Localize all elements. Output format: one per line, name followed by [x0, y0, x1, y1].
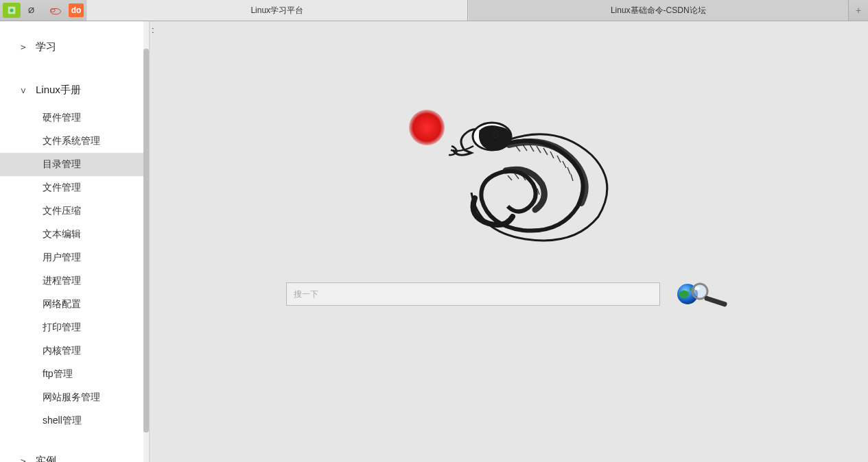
main-content: :: [150, 21, 868, 462]
sidebar-item-examples[interactable]: > 实例: [0, 448, 149, 462]
search-input[interactable]: [286, 282, 660, 306]
sidebar-child-shell[interactable]: shell管理: [0, 409, 149, 433]
sidebar-child-kernel[interactable]: 内核管理: [0, 339, 149, 363]
sidebar: > 学习 v Linux手册 硬件管理 文件系统管理 目录管理 文件管理 文件压…: [0, 21, 150, 462]
new-tab-button[interactable]: +: [849, 0, 868, 21]
svg-rect-12: [704, 295, 727, 307]
chevron-down-icon: v: [21, 85, 36, 95]
svg-point-3: [51, 9, 61, 14]
sidebar-item-study[interactable]: > 学习: [0, 34, 149, 60]
sidebar-child-filesystem[interactable]: 文件系统管理: [0, 130, 149, 153]
logo-image: [386, 97, 633, 247]
sidebar-child-process[interactable]: 进程管理: [0, 269, 149, 293]
sidebar-child-website[interactable]: 网站服务管理: [0, 386, 149, 409]
tab-strip: Linux学习平台 Linux基础命令-CSDN论坛: [86, 0, 849, 21]
sidebar-child-user[interactable]: 用户管理: [0, 246, 149, 269]
svg-point-13: [694, 287, 700, 291]
svg-point-11: [694, 285, 706, 297]
sidebar-item-label: 实例: [36, 454, 56, 462]
do-icon[interactable]: do: [69, 3, 84, 17]
sidebar-child-network[interactable]: 网络配置: [0, 293, 149, 316]
sidebar-child-ftp[interactable]: ftp管理: [0, 363, 149, 386]
sidebar-item-label: Linux手册: [36, 84, 81, 97]
cloud-icon[interactable]: [47, 3, 64, 18]
svg-point-1: [10, 8, 13, 12]
toolbar-icons: Ø do: [0, 0, 86, 21]
scrollbar-track: [143, 21, 149, 462]
tab-linux-learn[interactable]: Linux学习平台: [86, 0, 468, 21]
sidebar-child-file[interactable]: 文件管理: [0, 176, 149, 199]
svg-text:Ø: Ø: [28, 6, 34, 15]
oa-icon[interactable]: Ø: [25, 3, 43, 18]
search-row: [150, 280, 868, 308]
sidebar-child-directory[interactable]: 目录管理: [0, 153, 149, 176]
sidebar-child-textedit[interactable]: 文本编辑: [0, 223, 149, 246]
pin-icon[interactable]: [3, 3, 21, 18]
search-button[interactable]: [672, 280, 731, 308]
svg-point-8: [493, 134, 497, 137]
browser-chrome: Ø do Linux学习平台 Linux基础命令-CSDN论坛 +: [0, 0, 868, 21]
corner-indicator: :: [152, 25, 154, 35]
chevron-right-icon: >: [21, 456, 36, 462]
sidebar-child-hardware[interactable]: 硬件管理: [0, 106, 149, 130]
chevron-right-icon: >: [21, 42, 36, 52]
sidebar-child-compress[interactable]: 文件压缩: [0, 199, 149, 223]
sidebar-item-linux-manual[interactable]: v Linux手册: [0, 77, 149, 104]
sidebar-child-print[interactable]: 打印管理: [0, 316, 149, 339]
sidebar-item-label: 学习: [36, 40, 56, 53]
scrollbar-thumb[interactable]: [143, 49, 149, 433]
tab-csdn[interactable]: Linux基础命令-CSDN论坛: [468, 0, 849, 21]
svg-point-5: [409, 110, 445, 145]
